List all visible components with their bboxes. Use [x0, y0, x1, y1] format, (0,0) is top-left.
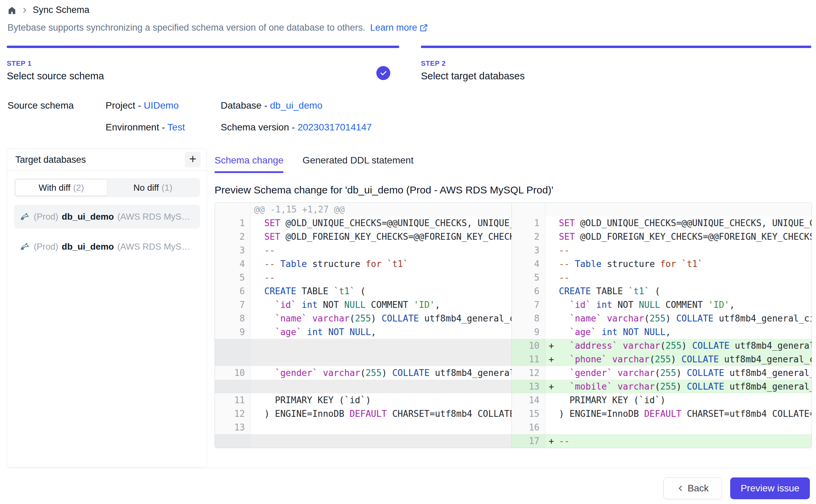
diff-line-number: [215, 434, 251, 448]
tab-with-diff[interactable]: With diff(2): [15, 179, 107, 196]
project-link[interactable]: UIDemo: [144, 100, 179, 111]
chevron-left-icon: [677, 485, 684, 492]
diff-line-number: 4: [512, 257, 545, 271]
diff-line-number: 17: [512, 434, 545, 448]
step-1: STEP 1 Select source schema: [7, 46, 399, 82]
target-database-list: (Prod)db_ui_demo(AWS RDS MyS…(Prod)db_ui…: [14, 205, 200, 258]
intro-text: Bytebase supports synchronizing a specif…: [7, 22, 365, 33]
diff-code-line: CREATE TABLE `t1` (: [251, 284, 512, 298]
diff-code-line: ) ENGINE=InnoDB DEFAULT CHARSET=utf8mb4 …: [251, 407, 512, 421]
diff-code-line: PRIMARY KEY (`id`): [251, 393, 512, 407]
tab-schema-change[interactable]: Schema change: [215, 155, 283, 173]
diff-line-number: 1: [215, 216, 251, 230]
diff-code-line: @@ -1,15 +1,27 @@: [251, 203, 512, 216]
diff-code-line: [545, 421, 812, 434]
diff-line-number: 1: [512, 216, 545, 230]
diff-code-line: + `address` varchar(255) COLLATE utf8mb4…: [545, 339, 812, 352]
diff-code-line: `age` int NOT NULL,: [545, 325, 812, 339]
diff-line-number: [512, 203, 545, 216]
diff-line-number: 8: [215, 312, 251, 325]
source-schema-summary: Source schema Project - UIDemo Database …: [7, 98, 372, 135]
divider: [7, 171, 207, 171]
diff-line-number: 11: [215, 393, 251, 407]
step-2-title: Select target databases: [421, 70, 811, 82]
diff-line-number: 9: [512, 325, 545, 339]
diff-code-line: [545, 203, 812, 216]
home-icon[interactable]: [7, 6, 16, 15]
diff-line-number: 7: [215, 298, 251, 312]
diff-code-line: `id` int NOT NULL COMMENT 'ID',: [545, 298, 812, 312]
diff-code-line: ) ENGINE=InnoDB DEFAULT CHARSET=utf8mb4 …: [545, 407, 812, 421]
diff-code-line: [251, 380, 512, 393]
mysql-icon: [19, 211, 30, 222]
diff-code-line: `name` varchar(255) COLLATE utf8mb4_gene…: [545, 312, 812, 325]
diff-line-number: 12: [512, 366, 545, 380]
diff-line-number: 6: [512, 284, 545, 298]
footer-actions: Back Preview issue: [663, 477, 810, 499]
diff-code-line: [251, 352, 512, 366]
tab-generated-ddl[interactable]: Generated DDL statement: [302, 155, 413, 171]
diff-line-number: 8: [512, 312, 545, 325]
target-databases-panel: Target databases + With diff(2) No diff(…: [7, 148, 207, 468]
diff-code-line: SET @OLD_UNIQUE_CHECKS=@@UNIQUE_CHECKS, …: [545, 216, 812, 230]
diff-line-number: [215, 380, 251, 393]
diff-code-line: `id` int NOT NULL COMMENT 'ID',: [251, 298, 512, 312]
target-database-item[interactable]: (Prod)db_ui_demo(AWS RDS MyS…: [14, 205, 200, 229]
database-environment: (Prod): [34, 241, 58, 252]
add-target-database-button[interactable]: +: [185, 152, 201, 168]
diff-code-line: --: [251, 243, 512, 257]
preview-title: Preview Schema change for 'db_ui_demo (P…: [215, 184, 553, 196]
database-link[interactable]: db_ui_demo: [270, 100, 323, 111]
target-database-item[interactable]: (Prod)db_ui_demo(AWS RDS MyS…: [14, 235, 200, 258]
target-databases-header: Target databases +: [7, 149, 207, 171]
step-2-progress-bar: [421, 46, 811, 48]
diff-code-line: + `phone` varchar(255) COLLATE utf8mb4_g…: [545, 352, 812, 366]
breadcrumb-chevron-icon: [21, 7, 28, 14]
diff-line-number: 15: [512, 407, 545, 421]
environment-link[interactable]: Test: [168, 122, 185, 132]
diff-line-number: 5: [215, 271, 251, 284]
source-schema-label: Source schema: [7, 100, 106, 111]
diff-line-number: [215, 352, 251, 366]
schema-diff-view: @@ -1,15 +1,27 @@1SET @OLD_UNIQUE_CHECKS…: [215, 202, 812, 448]
diff-line-number: 13: [215, 421, 251, 434]
diff-code-line: `age` int NOT NULL,: [251, 325, 512, 339]
database-instance: (AWS RDS MyS…: [117, 211, 190, 222]
diff-line-number: 6: [215, 284, 251, 298]
source-project: Project - UIDemo: [106, 100, 221, 111]
step-1-check-icon: [376, 66, 390, 80]
database-environment: (Prod): [34, 211, 58, 222]
step-2: STEP 2 Select target databases: [421, 46, 811, 82]
diff-line-number: 3: [512, 243, 545, 257]
step-1-progress-bar: [7, 46, 399, 48]
diff-code-line: -- Table structure for `t1`: [545, 257, 812, 271]
diff-line-number: 2: [512, 230, 545, 243]
diff-line-number: 14: [512, 393, 545, 407]
diff-line-number: [215, 339, 251, 352]
stepper: STEP 1 Select source schema STEP 2 Selec…: [7, 46, 811, 82]
source-database: Database - db_ui_demo: [221, 100, 372, 111]
diff-line-number: 7: [512, 298, 545, 312]
breadcrumb: Sync Schema: [7, 5, 90, 15]
external-link-icon: [420, 23, 428, 32]
schema-version-link[interactable]: 20230317014147: [298, 122, 372, 132]
learn-more-link[interactable]: Learn more: [370, 22, 428, 33]
tab-no-diff[interactable]: No diff(1): [107, 179, 199, 196]
page-title: Sync Schema: [33, 5, 90, 15]
sync-schema-page: Sync Schema Bytebase supports synchroniz…: [0, 0, 816, 504]
diff-line-number: 4: [215, 257, 251, 271]
back-button[interactable]: Back: [663, 477, 722, 499]
mysql-icon: [19, 241, 30, 252]
diff-line-number: 11: [512, 352, 545, 366]
database-instance: (AWS RDS MyS…: [117, 241, 190, 252]
step-1-title: Select source schema: [7, 70, 399, 82]
diff-line-number: 2: [215, 230, 251, 243]
diff-code-line: [251, 421, 512, 434]
diff-line-number: 16: [512, 421, 545, 434]
diff-code-line: [251, 434, 512, 448]
diff-code-line: --: [545, 243, 812, 257]
diff-line-number: 13: [512, 380, 545, 393]
diff-line-number: 10: [215, 366, 251, 380]
intro: Bytebase supports synchronizing a specif…: [7, 22, 428, 33]
preview-issue-button[interactable]: Preview issue: [730, 477, 810, 499]
